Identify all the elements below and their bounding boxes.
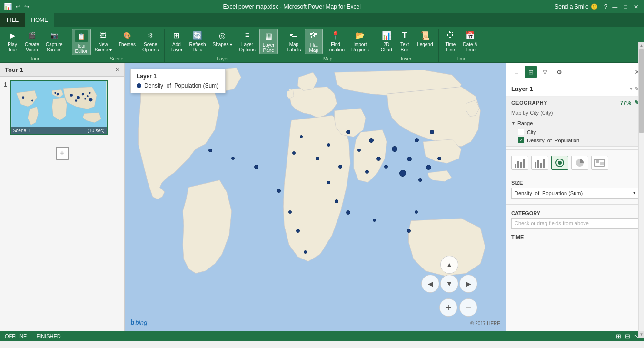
tab-home[interactable]: HOME bbox=[25, 13, 54, 27]
insert-group-label: Insert bbox=[378, 55, 436, 62]
svg-rect-26 bbox=[596, 160, 599, 163]
nav-down-button[interactable]: ▼ bbox=[440, 275, 458, 293]
capture-screen-button[interactable]: 📷 CaptureScreen bbox=[43, 29, 66, 53]
scroll-thumb[interactable] bbox=[639, 49, 644, 133]
status-icon-1[interactable]: ⊞ bbox=[616, 333, 621, 340]
chart-type-pie[interactable] bbox=[571, 156, 588, 170]
geography-section: GEOGRAPHY 77% ✎ Map by City (City) ▼ Ran… bbox=[506, 97, 644, 147]
size-dropdown[interactable]: Density_of_Population (Sum) ▾ bbox=[511, 188, 639, 199]
svg-point-5 bbox=[70, 94, 73, 97]
layers-panel-icon[interactable]: ≡ bbox=[510, 66, 523, 78]
layer-name-row: Layer 1 ▾ ✎ bbox=[506, 81, 644, 97]
find-location-button[interactable]: 📍 FindLocation bbox=[324, 29, 347, 53]
density-checkbox[interactable]: ✓ bbox=[518, 137, 524, 143]
time-group-label: Time bbox=[442, 55, 480, 62]
map-labels-button[interactable]: 🏷 MapLabels bbox=[284, 29, 304, 53]
data-dot bbox=[300, 135, 303, 138]
status-icon-2[interactable]: ⊟ bbox=[625, 333, 630, 340]
import-regions-button[interactable]: 📂 ImportRegions bbox=[348, 29, 372, 53]
zoom-in-button[interactable]: + bbox=[439, 298, 457, 317]
chart-type-bubble[interactable] bbox=[511, 156, 528, 170]
2d-chart-button[interactable]: 📊 2DChart bbox=[378, 29, 395, 53]
themes-button[interactable]: 🎨 Themes bbox=[116, 29, 139, 48]
tour-close-button[interactable]: × bbox=[116, 66, 119, 73]
help-icon[interactable]: ? bbox=[604, 3, 608, 10]
status-right: ⊞ ⊟ ⤡ bbox=[616, 333, 639, 340]
data-dot bbox=[373, 219, 376, 222]
shapes-button[interactable]: ◎ Shapes ▾ bbox=[209, 29, 235, 48]
fields-panel-icon[interactable]: ⊞ bbox=[525, 66, 537, 78]
new-scene-button[interactable]: 🖼 NewScene ▾ bbox=[92, 29, 115, 53]
scene-name: Scene 1 bbox=[13, 128, 30, 133]
tour-editor-label: TourEditor bbox=[75, 43, 88, 54]
create-video-label: CreateVideo bbox=[25, 42, 39, 52]
geography-header-right: 77% ✎ bbox=[620, 99, 639, 106]
chart-type-heat[interactable] bbox=[551, 156, 568, 170]
map-area[interactable]: Layer 1 Density_of_Population (Sum) ▲ ◀ … bbox=[125, 63, 506, 331]
data-dot bbox=[335, 199, 338, 203]
tab-file[interactable]: FILE bbox=[0, 13, 25, 27]
quick-access-undo[interactable]: ↩ bbox=[16, 3, 20, 10]
panel-content: GEOGRAPHY 77% ✎ Map by City (City) ▼ Ran… bbox=[506, 97, 644, 331]
panel-scrollbar[interactable]: ▲ ▼ bbox=[638, 42, 644, 338]
data-dot bbox=[346, 210, 350, 215]
layer-dropdown-arrow[interactable]: ▾ bbox=[630, 86, 633, 92]
add-scene-button[interactable]: + bbox=[56, 147, 69, 160]
category-input[interactable]: Check or drag fields from above bbox=[511, 218, 639, 229]
data-dot bbox=[426, 165, 431, 170]
svg-point-8 bbox=[84, 98, 86, 100]
scene-options-button[interactable]: ⚙ SceneOptions bbox=[139, 29, 161, 53]
quick-access-redo[interactable]: ↪ bbox=[24, 3, 29, 10]
import-regions-label: ImportRegions bbox=[351, 42, 369, 52]
layer-actions: ▾ ✎ bbox=[630, 86, 639, 92]
layer-name-label: Layer 1 bbox=[511, 85, 533, 92]
tour-title: Tour 1 bbox=[5, 66, 23, 73]
add-layer-button[interactable]: ⊞ AddLayer bbox=[168, 29, 185, 53]
close-btn[interactable]: ✕ bbox=[632, 4, 640, 10]
nav-up-button[interactable]: ▲ bbox=[440, 256, 458, 274]
chart-type-region[interactable] bbox=[591, 156, 608, 170]
date-time-label: Date &Time bbox=[463, 42, 477, 52]
panel-icon-row: ≡ ⊞ ▽ ⚙ bbox=[510, 66, 565, 78]
filter-panel-icon[interactable]: ▽ bbox=[539, 66, 551, 78]
scroll-down-btn[interactable]: ▼ bbox=[639, 331, 644, 338]
chart-type-column[interactable] bbox=[531, 156, 548, 170]
range-collapse-icon[interactable]: ▼ bbox=[511, 121, 515, 126]
nav-left-button[interactable]: ◀ bbox=[421, 275, 439, 293]
tour-editor-button[interactable]: 📋 TourEditor bbox=[72, 29, 91, 55]
play-tour-button[interactable]: ▶ PlayTour bbox=[4, 29, 21, 53]
nav-right-button[interactable]: ▶ bbox=[459, 275, 477, 293]
layer-options-button[interactable]: ≡ LayerOptions bbox=[236, 29, 258, 53]
time-section: TIME bbox=[506, 231, 644, 243]
create-video-button[interactable]: 🎬 CreateVideo bbox=[22, 29, 42, 53]
capture-screen-icon: 📷 bbox=[49, 30, 60, 41]
scene-thumbnail[interactable]: Scene 1 (10 sec) bbox=[10, 80, 108, 135]
flat-map-button[interactable]: 🗺 FlatMap bbox=[305, 29, 323, 54]
refresh-data-button[interactable]: 🔄 RefreshData bbox=[186, 29, 208, 53]
zoom-out-button[interactable]: − bbox=[459, 298, 477, 317]
size-dropdown-arrow: ▾ bbox=[633, 190, 636, 196]
restore-btn[interactable]: □ bbox=[622, 4, 629, 10]
date-time-button[interactable]: 📅 Date &Time bbox=[460, 29, 480, 53]
scene-duration: (10 sec) bbox=[88, 128, 105, 133]
layer-popup-title: Layer 1 bbox=[137, 73, 219, 80]
map-labels-label: MapLabels bbox=[287, 42, 301, 52]
svg-point-9 bbox=[87, 95, 89, 97]
divider-2 bbox=[506, 174, 644, 174]
minimize-btn[interactable]: — bbox=[610, 4, 619, 10]
text-box-button[interactable]: T TextBox bbox=[396, 29, 413, 53]
legend-button[interactable]: 📜 Legend bbox=[414, 29, 436, 48]
ribbon-content: ▶ PlayTour 🎬 CreateVideo 📷 CaptureScreen… bbox=[0, 27, 644, 62]
region-chart-icon bbox=[594, 158, 605, 168]
layer-pane-label: LayerPane bbox=[263, 42, 275, 53]
city-checkbox[interactable] bbox=[518, 129, 524, 135]
scroll-up-btn[interactable]: ▲ bbox=[639, 42, 644, 49]
bing-icon: b bbox=[130, 318, 135, 326]
layer-pane-button[interactable]: ▦ LayerPane bbox=[259, 29, 278, 54]
time-line-button[interactable]: ⏱ TimeLine bbox=[442, 29, 459, 53]
settings-panel-icon[interactable]: ⚙ bbox=[553, 66, 565, 78]
data-dot bbox=[415, 210, 418, 214]
finished-status: FINISHED bbox=[36, 333, 60, 339]
send-smile[interactable]: Send a Smile 🙂 bbox=[555, 3, 597, 10]
divider-3 bbox=[506, 204, 644, 205]
